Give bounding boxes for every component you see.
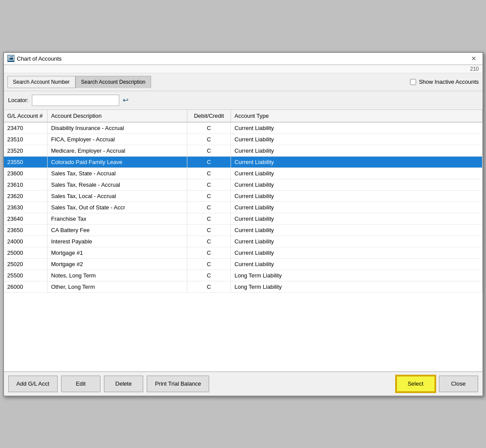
title-bar-left: Chart of Accounts xyxy=(7,55,62,62)
table-row[interactable]: 23650CA Battery FeeCCurrent Liability xyxy=(4,224,483,236)
cell-dc: C xyxy=(187,270,231,281)
cell-description: Sales Tax, State - Accrual xyxy=(48,168,187,179)
cell-type: Current Liability xyxy=(231,202,483,213)
cell-dc: C xyxy=(187,133,231,145)
cell-description: Disability Insurance - Accrual xyxy=(48,122,187,134)
cell-dc: C xyxy=(187,156,231,168)
cell-type: Current Liability xyxy=(231,224,483,236)
cell-dc: C xyxy=(187,213,231,224)
cell-description: Colorado Paid Family Leave xyxy=(48,156,187,168)
window-icon xyxy=(7,55,14,62)
cell-dc: C xyxy=(187,247,231,258)
select-button[interactable]: Select xyxy=(396,376,435,392)
edit-button[interactable]: Edit xyxy=(61,376,100,392)
cell-type: Current Liability xyxy=(231,156,483,168)
cell-description: Notes, Long Term xyxy=(48,270,187,281)
col-header-dc: Debit/Credit xyxy=(187,110,231,122)
table-row[interactable]: 24000Interest PayableCCurrent Liability xyxy=(4,236,483,247)
cell-description: Mortgage #1 xyxy=(48,247,187,258)
tab-search-account-description[interactable]: Search Account Description xyxy=(76,76,151,88)
cell-dc: C xyxy=(187,236,231,247)
cell-description: Mortgage #2 xyxy=(48,258,187,270)
cell-account: 23520 xyxy=(4,145,48,156)
cell-type: Current Liability xyxy=(231,236,483,247)
cell-account: 25020 xyxy=(4,258,48,270)
table-row[interactable]: 23640Franchise TaxCCurrent Liability xyxy=(4,213,483,224)
cell-description: Sales Tax, Resale - Accrual xyxy=(48,179,187,190)
cell-account: 23640 xyxy=(4,213,48,224)
table-row[interactable]: 23620Sales Tax, Local - AccrualCCurrent … xyxy=(4,190,483,202)
delete-button[interactable]: Delete xyxy=(104,376,143,392)
show-inactive-checkbox[interactable] xyxy=(410,79,416,85)
add-gl-acct-button[interactable]: Add G/L Acct xyxy=(8,376,58,392)
page-number: 210 xyxy=(4,65,483,73)
accounts-table: G/L Account # Account Description Debit/… xyxy=(4,110,483,293)
cell-dc: C xyxy=(187,122,231,134)
cell-account: 23650 xyxy=(4,224,48,236)
cell-account: 23550 xyxy=(4,156,48,168)
table-row[interactable]: 23550Colorado Paid Family LeaveCCurrent … xyxy=(4,156,483,168)
cell-account: 23600 xyxy=(4,168,48,179)
cell-type: Current Liability xyxy=(231,133,483,145)
show-inactive-container: Show Inactive Accounts xyxy=(410,79,479,85)
title-bar: Chart of Accounts ✕ xyxy=(4,53,483,65)
cell-type: Current Liability xyxy=(231,190,483,202)
cell-type: Current Liability xyxy=(231,122,483,134)
table-row[interactable]: 23630Sales Tax, Out of State - AccrCCurr… xyxy=(4,202,483,213)
svg-rect-0 xyxy=(8,56,14,60)
cell-type: Current Liability xyxy=(231,179,483,190)
footer-bar: Add G/L Acct Edit Delete Print Trial Bal… xyxy=(4,372,483,396)
table-row[interactable]: 25500Notes, Long TermCLong Term Liabilit… xyxy=(4,270,483,281)
tab-search-account-number[interactable]: Search Account Number xyxy=(7,76,76,88)
close-icon[interactable]: ✕ xyxy=(469,54,479,63)
cell-account: 24000 xyxy=(4,236,48,247)
cell-account: 23610 xyxy=(4,179,48,190)
cell-description: Franchise Tax xyxy=(48,213,187,224)
table-row[interactable]: 26000Other, Long TermCLong Term Liabilit… xyxy=(4,281,483,292)
cell-description: Interest Payable xyxy=(48,236,187,247)
cell-description: Other, Long Term xyxy=(48,281,187,292)
cell-type: Current Liability xyxy=(231,145,483,156)
cell-dc: C xyxy=(187,168,231,179)
table-row[interactable]: 23520Medicare, Employer - AccrualCCurren… xyxy=(4,145,483,156)
table-row[interactable]: 23600Sales Tax, State - AccrualCCurrent … xyxy=(4,168,483,179)
accounts-table-container: G/L Account # Account Description Debit/… xyxy=(4,110,483,372)
cell-dc: C xyxy=(187,179,231,190)
cell-account: 25500 xyxy=(4,270,48,281)
toolbar: Search Account Number Search Account Des… xyxy=(4,73,483,91)
table-row[interactable]: 23470Disability Insurance - AccrualCCurr… xyxy=(4,122,483,134)
cell-dc: C xyxy=(187,190,231,202)
cell-type: Long Term Liability xyxy=(231,281,483,292)
locator-row: Locator: ↩ xyxy=(4,91,483,110)
cell-account: 25000 xyxy=(4,247,48,258)
cell-account: 23630 xyxy=(4,202,48,213)
cell-description: Sales Tax, Local - Accrual xyxy=(48,190,187,202)
print-trial-balance-button[interactable]: Print Trial Balance xyxy=(147,376,210,392)
cell-type: Long Term Liability xyxy=(231,270,483,281)
main-window: Chart of Accounts ✕ 210 Search Account N… xyxy=(3,52,483,397)
cell-type: Current Liability xyxy=(231,258,483,270)
cell-description: FICA, Employer - Accrual xyxy=(48,133,187,145)
col-header-type: Account Type xyxy=(231,110,483,122)
col-header-description: Account Description xyxy=(48,110,187,122)
locator-input[interactable] xyxy=(32,95,119,106)
cell-description: Medicare, Employer - Accrual xyxy=(48,145,187,156)
table-row[interactable]: 25020Mortgage #2CCurrent Liability xyxy=(4,258,483,270)
cell-account: 23620 xyxy=(4,190,48,202)
cell-dc: C xyxy=(187,281,231,292)
table-row[interactable]: 25000Mortgage #1CCurrent Liability xyxy=(4,247,483,258)
window-title: Chart of Accounts xyxy=(17,55,62,62)
undo-button[interactable]: ↩ xyxy=(123,96,128,104)
table-row[interactable]: 23610Sales Tax, Resale - AccrualCCurrent… xyxy=(4,179,483,190)
cell-account: 23510 xyxy=(4,133,48,145)
cell-dc: C xyxy=(187,258,231,270)
cell-account: 26000 xyxy=(4,281,48,292)
table-row[interactable]: 23510FICA, Employer - AccrualCCurrent Li… xyxy=(4,133,483,145)
close-button[interactable]: Close xyxy=(439,376,478,392)
cell-description: Sales Tax, Out of State - Accr xyxy=(48,202,187,213)
cell-type: Current Liability xyxy=(231,247,483,258)
cell-type: Current Liability xyxy=(231,213,483,224)
cell-dc: C xyxy=(187,202,231,213)
cell-description: CA Battery Fee xyxy=(48,224,187,236)
locator-label: Locator: xyxy=(8,97,29,103)
